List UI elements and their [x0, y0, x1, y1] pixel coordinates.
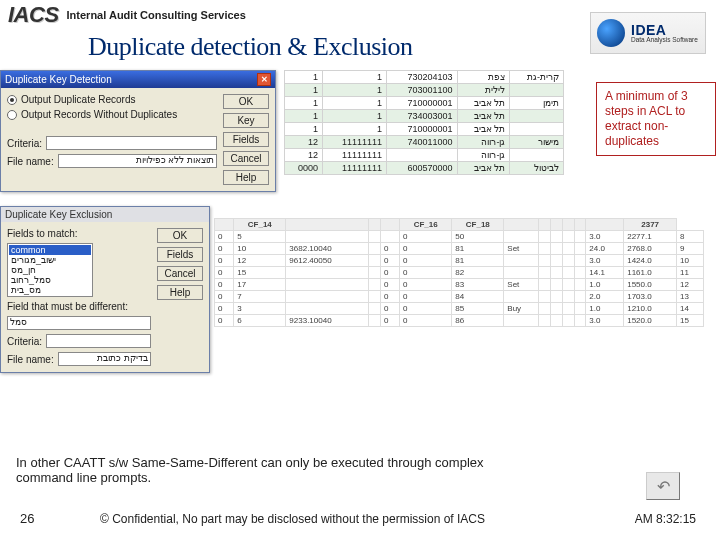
cell — [369, 231, 381, 243]
cell — [539, 291, 551, 303]
idea-logo: IDEA Data Analysis Software — [590, 12, 706, 54]
ok-button[interactable]: OK — [157, 228, 203, 243]
fields-listbox[interactable]: common ישוב_מגורים חן_מס סמל_רחוב מס_בית — [7, 243, 93, 297]
cell: 0 — [380, 255, 399, 267]
cancel-button[interactable]: Cancel — [223, 151, 269, 166]
fields-button[interactable]: Fields — [157, 247, 203, 262]
return-icon[interactable]: ↶ — [646, 472, 680, 500]
cell: 9612.40050 — [286, 255, 369, 267]
cell: 3682.10040 — [286, 243, 369, 255]
cell: 2277.1 — [624, 231, 677, 243]
copyright-text: © Confidential, No part may be disclosed… — [100, 512, 720, 526]
data-table-bottom: CF_14CF_16CF_182377 050503.02277.1801036… — [214, 218, 704, 327]
help-button[interactable]: Help — [223, 170, 269, 185]
cell: 10 — [677, 255, 704, 267]
cell: 50 — [452, 231, 504, 243]
cell — [551, 279, 563, 291]
cell: 1161.0 — [624, 267, 677, 279]
radio-output-duplicates[interactable] — [7, 95, 17, 105]
dialog-title: Duplicate Key Exclusion — [5, 209, 112, 220]
criteria-input[interactable] — [46, 334, 151, 348]
cell: 81 — [452, 243, 504, 255]
cell: 5 — [234, 231, 286, 243]
cell — [551, 315, 563, 327]
filename-input[interactable]: בדיקת כתובת — [58, 352, 151, 366]
cell — [551, 243, 563, 255]
cell: 0 — [400, 231, 452, 243]
filename-label: File name: — [7, 156, 54, 167]
cell — [562, 303, 574, 315]
cell: 1703.0 — [624, 291, 677, 303]
cell: 0 — [400, 267, 452, 279]
cell — [574, 231, 586, 243]
list-item: מס_בית — [9, 285, 91, 295]
cell — [504, 267, 539, 279]
cell — [539, 315, 551, 327]
filename-input[interactable]: תוצאות ללא כפילויות — [58, 154, 217, 168]
cell: 0 — [400, 291, 452, 303]
idea-globe-icon — [597, 19, 625, 47]
cell — [551, 291, 563, 303]
slide-title: Duplicate detection & Exclusion — [70, 30, 425, 64]
criteria-label: Criteria: — [7, 336, 42, 347]
cell: 0 — [380, 279, 399, 291]
cell — [562, 255, 574, 267]
cell: 0 — [400, 315, 452, 327]
cell: 12 — [677, 279, 704, 291]
cell — [551, 303, 563, 315]
dialog-title: Duplicate Key Detection — [5, 74, 112, 85]
cell — [369, 303, 381, 315]
cell: 0 — [215, 291, 234, 303]
cell: 8 — [677, 231, 704, 243]
cell: 7 — [234, 291, 286, 303]
cell: 0 — [215, 267, 234, 279]
footer-note: In other CAATT s/w Same-Same-Different c… — [16, 455, 516, 486]
cell — [539, 303, 551, 315]
cell: Set — [504, 279, 539, 291]
radio-label: Output Duplicate Records — [21, 94, 136, 105]
cell: 10 — [234, 243, 286, 255]
cell: 2.0 — [586, 291, 624, 303]
cell — [539, 255, 551, 267]
different-field-input[interactable]: סמל — [7, 316, 151, 330]
cell — [369, 267, 381, 279]
help-button[interactable]: Help — [157, 285, 203, 300]
cell: 0 — [215, 303, 234, 315]
cancel-button[interactable]: Cancel — [157, 266, 203, 281]
cell: 3.0 — [586, 315, 624, 327]
close-icon[interactable]: ✕ — [257, 73, 271, 86]
cell: 0 — [215, 255, 234, 267]
cell — [574, 291, 586, 303]
cell: 3.0 — [586, 255, 624, 267]
cell — [551, 231, 563, 243]
cell — [286, 267, 369, 279]
cell: 0 — [215, 315, 234, 327]
idea-sub: Data Analysis Software — [631, 37, 698, 44]
cell — [574, 267, 586, 279]
cell — [562, 267, 574, 279]
key-button[interactable]: Key — [223, 113, 269, 128]
cell — [574, 315, 586, 327]
radio-output-without-duplicates[interactable] — [7, 110, 17, 120]
cell — [369, 315, 381, 327]
brand-logo: IACS — [8, 2, 59, 28]
criteria-input[interactable] — [46, 136, 217, 150]
fields-to-match-label: Fields to match: — [7, 228, 151, 239]
cell: 1424.0 — [624, 255, 677, 267]
cell — [551, 255, 563, 267]
ok-button[interactable]: OK — [223, 94, 269, 109]
cell: 1.0 — [586, 279, 624, 291]
fields-button[interactable]: Fields — [223, 132, 269, 147]
cell: 11 — [677, 267, 704, 279]
criteria-label: Criteria: — [7, 138, 42, 149]
cell — [369, 255, 381, 267]
cell: 17 — [234, 279, 286, 291]
cell: 3 — [234, 303, 286, 315]
data-table-top: 11730204103צפתקרית-גת 11703001100לילית 1… — [284, 70, 564, 175]
cell: 13 — [677, 291, 704, 303]
cell: 0 — [400, 279, 452, 291]
cell — [562, 279, 574, 291]
cell: 0 — [215, 279, 234, 291]
cell — [551, 267, 563, 279]
cell — [286, 231, 369, 243]
